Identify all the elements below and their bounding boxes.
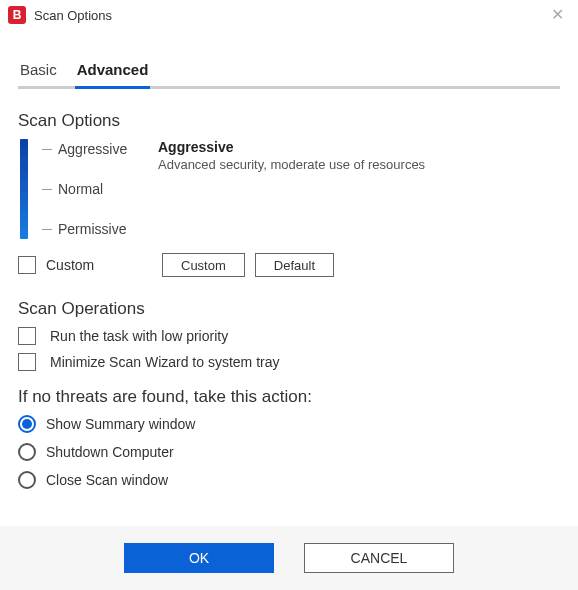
custom-checkbox[interactable] [18, 256, 36, 274]
tab-bar: Basic Advanced [18, 52, 560, 89]
tab-basic[interactable]: Basic [18, 55, 59, 89]
no-threats-heading: If no threats are found, take this actio… [18, 387, 560, 407]
op-row-low-priority: Run the task with low priority [18, 327, 560, 345]
footer: OK CANCEL [0, 526, 578, 590]
level-desc-text: Advanced security, moderate use of resou… [158, 157, 560, 172]
low-priority-label: Run the task with low priority [50, 328, 228, 344]
slider-track-icon [20, 139, 28, 239]
window-title: Scan Options [34, 8, 545, 23]
ok-button[interactable]: OK [124, 543, 274, 573]
shutdown-label: Shutdown Computer [46, 444, 174, 460]
tab-advanced[interactable]: Advanced [75, 55, 151, 89]
app-icon: B [8, 6, 26, 24]
show-summary-label: Show Summary window [46, 416, 195, 432]
level-permissive[interactable]: Permissive [58, 221, 126, 237]
scan-level-row: Aggressive Normal Permissive Aggressive … [18, 139, 560, 239]
slider-labels: Aggressive Normal Permissive [42, 139, 127, 239]
radio-row-shutdown: Shutdown Computer [18, 443, 560, 461]
scan-operations-heading: Scan Operations [18, 299, 560, 319]
scan-level-slider[interactable]: Aggressive Normal Permissive [18, 139, 158, 239]
level-description: Aggressive Advanced security, moderate u… [158, 139, 560, 172]
titlebar: B Scan Options ✕ [0, 0, 578, 30]
close-icon[interactable]: ✕ [545, 7, 570, 23]
close-scan-radio[interactable] [18, 471, 36, 489]
minimize-checkbox[interactable] [18, 353, 36, 371]
level-desc-title: Aggressive [158, 139, 560, 155]
op-row-minimize: Minimize Scan Wizard to system tray [18, 353, 560, 371]
close-scan-label: Close Scan window [46, 472, 168, 488]
custom-button[interactable]: Custom [162, 253, 245, 277]
custom-checkbox-label: Custom [46, 257, 152, 273]
level-normal[interactable]: Normal [58, 181, 103, 197]
shutdown-radio[interactable] [18, 443, 36, 461]
low-priority-checkbox[interactable] [18, 327, 36, 345]
minimize-label: Minimize Scan Wizard to system tray [50, 354, 280, 370]
level-aggressive[interactable]: Aggressive [58, 141, 127, 157]
cancel-button[interactable]: CANCEL [304, 543, 454, 573]
radio-row-summary: Show Summary window [18, 415, 560, 433]
scan-options-heading: Scan Options [18, 111, 560, 131]
custom-row: Custom Custom Default [18, 253, 560, 277]
show-summary-radio[interactable] [18, 415, 36, 433]
radio-row-close: Close Scan window [18, 471, 560, 489]
default-button[interactable]: Default [255, 253, 334, 277]
